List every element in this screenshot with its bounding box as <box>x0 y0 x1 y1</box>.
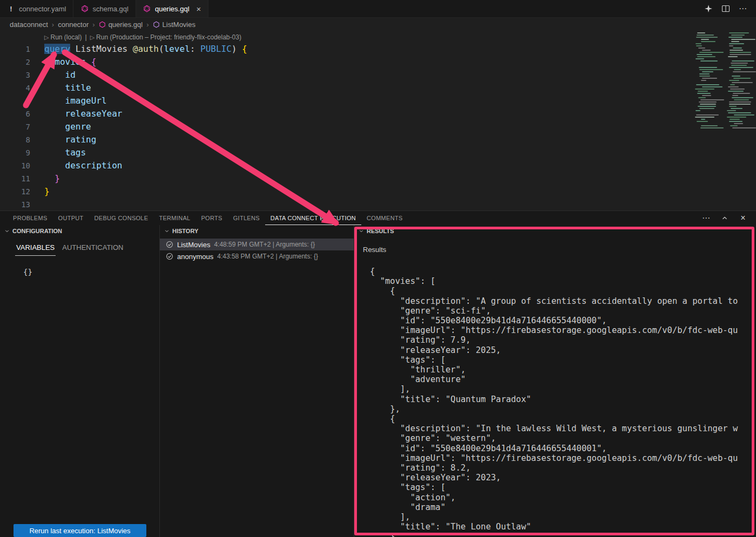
codelens-separator: | <box>85 33 87 41</box>
breadcrumb-dataconnect[interactable]: dataconnect <box>10 21 48 29</box>
graphql-icon <box>143 5 151 13</box>
graphql-icon <box>80 5 89 13</box>
breadcrumb-separator: › <box>146 21 148 29</box>
tab-variables[interactable]: VARIABLES <box>15 241 56 256</box>
history-entry-name: ListMovies <box>177 241 210 249</box>
run-icon: ▷ <box>90 34 94 41</box>
breadcrumb-queries-gql[interactable]: queries.gql <box>99 21 143 29</box>
results-section: RESULTS Results { "movies": [ { "descrip… <box>354 225 756 537</box>
history-entry[interactable]: ListMovies4:48:59 PM GMT+2 | Arguments: … <box>160 239 354 250</box>
line-number: 4 <box>0 81 30 94</box>
breadcrumb: dataconnect › connector › queries.gql › … <box>0 18 756 31</box>
split-editor-icon[interactable] <box>721 4 730 13</box>
code-line[interactable]: tags <box>44 146 247 159</box>
sparkle-icon[interactable] <box>704 4 713 13</box>
panel-tab-ports[interactable]: PORTS <box>195 211 227 225</box>
history-entry-meta: 4:48:59 PM GMT+2 | Arguments: {} <box>214 241 315 248</box>
code-line[interactable]: rating <box>44 133 247 146</box>
chevron-down-icon <box>164 228 170 234</box>
chevron-down-icon <box>4 228 10 234</box>
rerun-button[interactable]: Rerun last execution: ListMovies <box>14 524 146 537</box>
panel-maximize-icon[interactable] <box>720 214 729 222</box>
chevron-down-icon <box>359 228 364 234</box>
variables-value[interactable]: {} <box>23 268 159 276</box>
line-number: 12 <box>0 185 30 198</box>
yaml-warning-icon: ! <box>7 5 15 13</box>
panel-tab-strip: PROBLEMSOUTPUTDEBUG CONSOLETERMINALPORTS… <box>0 211 756 225</box>
line-number: 13 <box>0 198 30 210</box>
panel-more-icon[interactable]: ⋯ <box>702 214 711 222</box>
code-line[interactable]: releaseYear <box>44 107 247 120</box>
editor-actions: ⋯ <box>704 0 756 17</box>
more-actions-icon[interactable]: ⋯ <box>739 4 747 13</box>
run-icon: ▷ <box>44 34 49 41</box>
minimap-column <box>727 32 755 133</box>
line-number: 2 <box>0 56 30 69</box>
graphql-icon <box>99 21 106 28</box>
breadcrumb-connector[interactable]: connector <box>58 21 89 29</box>
code-line[interactable]: movies { <box>44 56 247 69</box>
code-line[interactable]: title <box>44 81 247 94</box>
code-line[interactable]: id <box>44 69 247 81</box>
line-number: 7 <box>0 120 30 133</box>
panel-tab-problems[interactable]: PROBLEMS <box>8 211 53 225</box>
history-entry-meta: 4:43:58 PM GMT+2 | Arguments: {} <box>217 253 318 260</box>
line-number: 6 <box>0 107 30 120</box>
tab-label: queries.gql <box>155 5 190 13</box>
results-json[interactable]: { "movies": [ { "description": "A group … <box>370 267 756 537</box>
history-list: ListMovies4:48:59 PM GMT+2 | Arguments: … <box>160 239 354 262</box>
tab-schema-gql[interactable]: schema.gql <box>73 0 136 17</box>
line-number: 5 <box>0 94 30 107</box>
history-entry-name: anonymous <box>177 253 213 261</box>
minimap[interactable] <box>693 31 756 133</box>
codelens: ▷ Run (local) | ▷ Run (Production – Proj… <box>44 32 241 43</box>
line-number: 8 <box>0 133 30 146</box>
history-section: HISTORY ListMovies4:48:59 PM GMT+2 | Arg… <box>160 225 354 537</box>
tab-authentication[interactable]: AUTHENTICATION <box>61 241 124 256</box>
panel-tab-output[interactable]: OUTPUT <box>53 211 89 225</box>
panel-tab-gitlens[interactable]: GITLENS <box>228 211 265 225</box>
tab-label: schema.gql <box>92 5 128 13</box>
configuration-tabs: VARIABLES AUTHENTICATION <box>0 241 159 256</box>
editor-tab-strip: ! connector.yaml schema.gql queries.gql … <box>0 0 756 18</box>
code-line[interactable]: description <box>44 159 247 172</box>
breadcrumb-separator: › <box>52 21 54 29</box>
tab-label: connector.yaml <box>19 5 66 13</box>
panel-close-icon[interactable]: × <box>739 214 747 222</box>
results-header[interactable]: RESULTS <box>354 225 756 237</box>
code-line[interactable]: genre <box>44 120 247 133</box>
code-line[interactable]: } <box>44 185 247 198</box>
history-entry[interactable]: anonymous4:43:58 PM GMT+2 | Arguments: {… <box>160 250 354 262</box>
panel-tab-data-connect-execution[interactable]: DATA CONNECT EXECUTION <box>265 211 361 225</box>
line-number: 11 <box>0 172 30 185</box>
panel-tab-terminal[interactable]: TERMINAL <box>153 211 195 225</box>
run-local-link[interactable]: ▷ Run (local) <box>44 33 82 41</box>
run-production-link[interactable]: ▷ Run (Production – Project: friendly-fl… <box>90 33 241 41</box>
check-circle-icon <box>166 253 173 260</box>
line-number: 3 <box>0 69 30 81</box>
line-number: 1 <box>0 43 30 56</box>
history-header[interactable]: HISTORY <box>160 225 354 237</box>
panel-tab-debug-console[interactable]: DEBUG CONSOLE <box>89 211 154 225</box>
panel-tab-comments[interactable]: COMMENTS <box>361 211 408 225</box>
bottom-panel: PROBLEMSOUTPUTDEBUG CONSOLETERMINALPORTS… <box>0 210 756 537</box>
line-number-gutter: 12345678910111213 <box>0 43 30 210</box>
configuration-header[interactable]: CONFIGURATION <box>0 225 159 237</box>
code-line[interactable] <box>44 198 247 210</box>
breadcrumb-separator: › <box>92 21 94 29</box>
line-number: 9 <box>0 146 30 159</box>
tab-connector-yaml[interactable]: ! connector.yaml <box>0 0 73 17</box>
code-line[interactable]: query ListMovies @auth(level: PUBLIC) { <box>44 43 247 56</box>
results-label: Results <box>363 246 756 254</box>
minimap-column <box>695 32 723 133</box>
code-line[interactable]: } <box>44 172 247 185</box>
tab-queries-gql[interactable]: queries.gql × <box>136 0 208 17</box>
code-content[interactable]: query ListMovies @auth(level: PUBLIC) { … <box>44 43 247 210</box>
breadcrumb-listmovies[interactable]: ListMovies <box>153 21 195 29</box>
code-line[interactable]: imageUrl <box>44 94 247 107</box>
code-editor[interactable]: ▷ Run (local) | ▷ Run (Production – Proj… <box>0 31 756 210</box>
configuration-section: CONFIGURATION VARIABLES AUTHENTICATION {… <box>0 225 160 537</box>
graphql-operation-icon <box>153 21 160 28</box>
panel-body: CONFIGURATION VARIABLES AUTHENTICATION {… <box>0 225 756 537</box>
close-icon[interactable]: × <box>197 5 201 13</box>
